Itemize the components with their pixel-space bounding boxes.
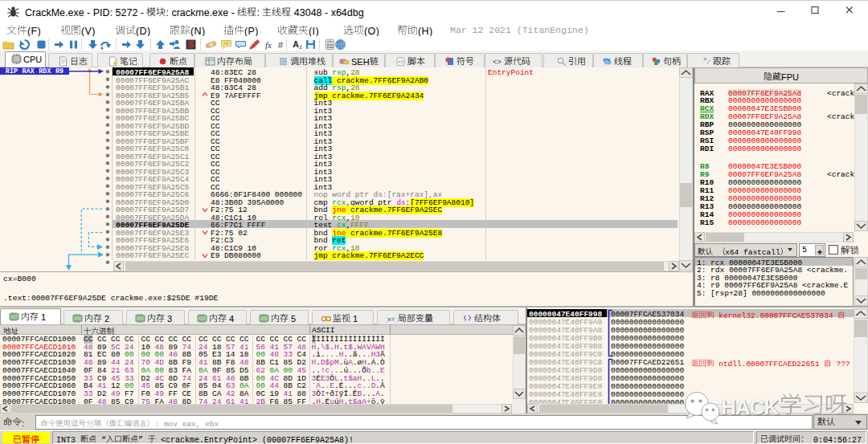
svg-text:S: S: [188, 40, 194, 49]
svg-text:≡: ≡: [703, 56, 706, 62]
svg-text:<>: <>: [493, 59, 502, 67]
svg-text:[x=]: [x=]: [386, 316, 396, 323]
svg-text:A: A: [293, 39, 299, 49]
svg-text:fx: fx: [265, 40, 272, 50]
svg-text:z: z: [299, 44, 301, 50]
svg-text:#: #: [278, 40, 284, 50]
svg-text:<>: <>: [398, 59, 404, 65]
